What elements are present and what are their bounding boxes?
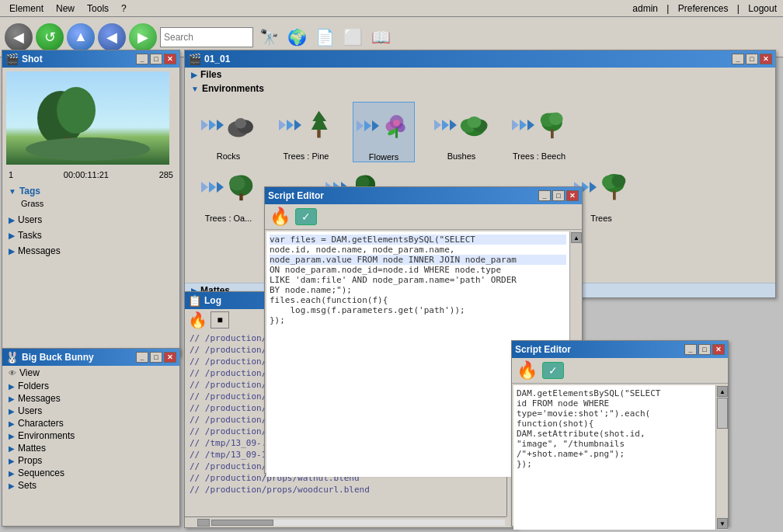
asset-beech[interactable]: Trees : Beech: [508, 102, 570, 162]
prev-button[interactable]: ◀: [98, 23, 126, 51]
tree-messages[interactable]: ▶ Messages: [2, 392, 179, 405]
beech-arrows: [512, 120, 534, 130]
tag-grass[interactable]: Grass: [9, 198, 173, 209]
search-input[interactable]: [160, 27, 253, 47]
props-arrow: ▶: [9, 457, 15, 465]
up-button[interactable]: ▲: [67, 23, 95, 51]
svg-point-19: [468, 116, 482, 128]
se2-maximize[interactable]: □: [698, 344, 711, 355]
se2-scroll-thumb[interactable]: [717, 398, 728, 429]
se2-scroll-up[interactable]: ▲: [717, 386, 728, 397]
shot-panel: 🎬 Shot _ □ ✕: [2, 50, 180, 356]
se1-toolbar: 🔥 ✓: [265, 204, 582, 230]
tree-users[interactable]: ▶ Users: [2, 405, 179, 417]
admin-label: admin: [629, 3, 661, 14]
new-menu[interactable]: New: [50, 2, 81, 16]
shot-minimize[interactable]: _: [136, 54, 148, 64]
main-icon: 🎬: [188, 53, 201, 65]
refresh-button[interactable]: ↺: [36, 23, 64, 51]
view-row: 👁 View: [2, 366, 179, 380]
asset-bushes[interactable]: Bushes: [430, 102, 492, 162]
tree-sequences[interactable]: ▶ Sequences: [2, 467, 179, 479]
tools-menu[interactable]: Tools: [81, 2, 115, 16]
tree-mattes[interactable]: ▶ Mattes: [2, 442, 179, 454]
main-maximize[interactable]: □: [746, 54, 758, 64]
log-title: Log: [204, 295, 221, 306]
files-row[interactable]: ▶ Files: [185, 68, 775, 82]
logout-link[interactable]: Logout: [745, 3, 780, 14]
se2-title: Script Editor: [515, 344, 571, 355]
shot-icon: 🎬: [5, 53, 19, 65]
globe-icon[interactable]: 🌍: [284, 25, 309, 50]
asset-oak[interactable]: Trees : Oa...: [197, 164, 259, 223]
se2-run-btn[interactable]: 🔥: [517, 360, 538, 381]
shot-maximize[interactable]: □: [150, 54, 162, 64]
element-menu[interactable]: Element: [3, 2, 50, 16]
beech-label: Trees : Beech: [513, 151, 566, 161]
book-icon[interactable]: 📖: [368, 25, 393, 50]
se1-run-btn[interactable]: 🔥: [270, 207, 291, 227]
bbb-minimize[interactable]: _: [136, 352, 148, 363]
se1-maximize[interactable]: □: [552, 190, 565, 201]
se1-title: Script Editor: [268, 190, 324, 201]
se1-minimize[interactable]: _: [538, 190, 551, 201]
hscroll-thumb[interactable]: [211, 520, 273, 526]
bu-arrow1: [434, 120, 441, 130]
rocks-arrows: [201, 120, 224, 130]
main-titlebar: 🎬 01_01 _ □ ✕: [185, 50, 775, 68]
square-icon[interactable]: ⬜: [340, 25, 365, 50]
nav-users[interactable]: ▶ Users: [2, 212, 179, 228]
menubar: Element New Tools ? admin | Preferences …: [0, 0, 783, 17]
environments-label: Environments: [202, 83, 264, 94]
shot-close[interactable]: ✕: [164, 54, 176, 64]
log-fire-icon[interactable]: 🔥: [188, 311, 207, 329]
environments-arrow: ▼: [191, 85, 199, 93]
folders-arrow: ▶: [9, 382, 15, 391]
se2-scroll-down[interactable]: ▼: [717, 518, 728, 529]
frame-end: 285: [159, 170, 173, 179]
se2-vscrollbar[interactable]: ▲ ▼: [715, 385, 728, 530]
se1-close[interactable]: ✕: [566, 190, 579, 201]
asset-rocks[interactable]: Rocks: [197, 102, 259, 162]
se2-close[interactable]: ✕: [712, 344, 725, 355]
main-close[interactable]: ✕: [760, 54, 772, 64]
tags-header[interactable]: ▼ Tags: [9, 184, 173, 198]
nav-messages[interactable]: ▶ Messages: [2, 243, 179, 259]
asset-flowers[interactable]: Flowers: [353, 102, 415, 162]
assets-grid: Rocks Trees : Pine: [185, 96, 775, 169]
asset-pine[interactable]: Trees : Pine: [275, 102, 337, 162]
oak-svg: [227, 166, 256, 209]
pine-arrow2: [287, 120, 294, 130]
log-hscrollbar[interactable]: [185, 516, 506, 527]
se2-code-area[interactable]: DAM.getElementsBySQL("SELECT id FROM nod…: [513, 385, 726, 530]
hscroll-left-btn[interactable]: [197, 519, 210, 527]
environments-row[interactable]: ▼ Environments: [185, 82, 775, 96]
se2-ok-btn[interactable]: ✓: [542, 362, 564, 379]
play-button[interactable]: ▶: [129, 23, 157, 51]
tree-props[interactable]: ▶ Props: [2, 454, 179, 467]
se2-minimize[interactable]: _: [684, 344, 697, 355]
bbb-maximize[interactable]: □: [150, 352, 162, 363]
svg-point-2: [57, 87, 96, 134]
log-stop-btn[interactable]: ■: [211, 311, 229, 329]
flowers-label: Flowers: [369, 152, 399, 162]
bushes-arrows: [434, 120, 457, 130]
back-button[interactable]: ◀: [5, 23, 33, 51]
svg-rect-14: [395, 127, 398, 137]
tree-characters[interactable]: ▶ Characters: [2, 417, 179, 429]
flowers-svg: [382, 105, 411, 148]
tree-environments[interactable]: ▶ Environments: [2, 429, 179, 442]
tree-folders[interactable]: ▶ Folders: [2, 380, 179, 392]
help-menu[interactable]: ?: [115, 2, 133, 16]
se1-ok-btn[interactable]: ✓: [295, 208, 317, 225]
binoculars-icon[interactable]: 🔭: [256, 25, 281, 50]
nav-tasks[interactable]: ▶ Tasks: [2, 228, 179, 243]
main-minimize[interactable]: _: [732, 54, 744, 64]
flowers-icon-container: [357, 103, 411, 149]
preferences-link[interactable]: Preferences: [675, 3, 732, 14]
tree-sets[interactable]: ▶ Sets: [2, 479, 179, 492]
stamp-icon[interactable]: 📄: [312, 25, 337, 50]
bbb-close[interactable]: ✕: [164, 352, 176, 363]
svg-rect-23: [551, 129, 554, 138]
se1-scroll-up[interactable]: ▲: [571, 232, 582, 243]
